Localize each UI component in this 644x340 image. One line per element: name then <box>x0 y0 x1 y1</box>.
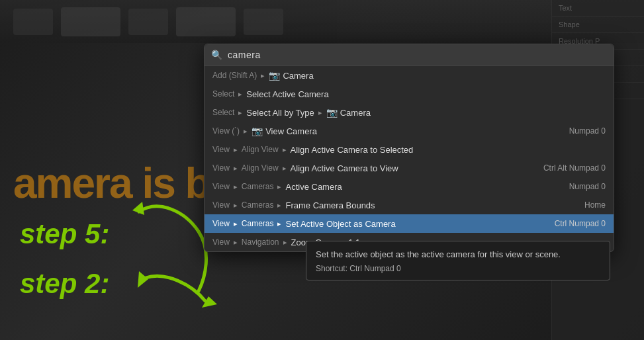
breadcrumb-active-cam-1: View <box>212 182 230 191</box>
breadcrumb-align-selected-1: View <box>212 145 230 154</box>
search-icon: 🔍 <box>211 50 222 60</box>
menu-item-select-all-by-type[interactable]: Select ▸ Select All by Type ▸ 📷 Camera <box>205 103 614 122</box>
menu-item-select-active-camera[interactable]: Select ▸ Select Active Camera <box>205 85 614 103</box>
right-panel-item-shape: Shape <box>552 17 644 33</box>
step-5-label: step 5: <box>20 218 109 250</box>
breadcrumb-active-cam-2: Cameras <box>242 182 274 191</box>
menu-item-view-camera[interactable]: View (`) ▸ 📷 View Camera Numpad 0 <box>205 122 614 140</box>
tooltip-main-text: Set the active object as the active came… <box>316 248 600 261</box>
breadcrumb-align-view-1: View <box>212 163 230 173</box>
label-align-active-camera-view: Align Active Camera to View <box>291 163 398 173</box>
breadcrumb-set-active-1: View <box>212 219 230 228</box>
breadcrumb-frame-2: Cameras <box>242 200 274 210</box>
menu-item-frame-camera-bounds[interactable]: View ▸ Cameras ▸ Frame Camera Bounds Hom… <box>205 196 614 214</box>
step-2-label: step 2: <box>20 268 109 300</box>
search-input-value[interactable]: camera <box>228 50 261 60</box>
shortcut-view-camera: Numpad 0 <box>569 126 606 136</box>
bg-object-4 <box>176 7 236 36</box>
breadcrumb-select-active: Select <box>212 89 234 99</box>
bg-object-2 <box>61 7 120 36</box>
menu-list: Add (Shift A) ▸ 📷 Camera Select ▸ Select… <box>205 66 614 251</box>
breadcrumb-zoom-1: View <box>212 237 230 247</box>
camera-icon-3: 📷 <box>252 126 263 136</box>
shortcut-frame-camera: Home <box>584 200 606 210</box>
label-select-active-camera: Select Active Camera <box>246 89 328 99</box>
menu-item-active-camera[interactable]: View ▸ Cameras ▸ Active Camera Numpad 0 <box>205 177 614 196</box>
breadcrumb-add: Add (Shift A) <box>212 71 257 80</box>
label-align-active-camera-selected: Align Active Camera to Selected <box>291 145 414 155</box>
breadcrumb-frame-1: View <box>212 200 230 210</box>
bg-object-1 <box>13 9 53 35</box>
label-view-camera: View Camera <box>265 126 317 136</box>
top-bar <box>0 0 644 43</box>
breadcrumb-view-cam: View (`) <box>212 126 240 136</box>
label-frame-camera-bounds: Frame Camera Bounds <box>285 200 375 210</box>
menu-item-set-active-object-camera[interactable]: View ▸ Cameras ▸ Set Active Object as Ca… <box>205 214 614 233</box>
tooltip-popup: Set the active object as the active came… <box>306 241 610 280</box>
camera-icon-1: 📷 <box>269 70 280 81</box>
shortcut-set-active-camera: Ctrl Numpad 0 <box>555 219 606 228</box>
breadcrumb-set-active-2: Cameras <box>242 219 274 228</box>
menu-item-add-camera[interactable]: Add (Shift A) ▸ 📷 Camera <box>205 66 614 85</box>
svg-marker-2 <box>138 271 148 288</box>
menu-item-align-active-camera-selected[interactable]: View ▸ Align View ▸ Align Active Camera … <box>205 140 614 159</box>
camera-icon-2: 📷 <box>326 107 338 118</box>
breadcrumb-select-type: Select <box>212 108 234 117</box>
label-active-camera: Active Camera <box>285 182 342 192</box>
breadcrumb-align-view-2: Align View <box>242 163 279 173</box>
shortcut-align-view: Ctrl Alt Numpad 0 <box>543 163 606 173</box>
label-camera-type: Camera <box>340 108 371 118</box>
label-add-camera: Camera <box>283 71 313 81</box>
search-input-row[interactable]: 🔍 camera <box>205 44 614 66</box>
tooltip-shortcut-text: Shortcut: Ctrl Numpad 0 <box>316 264 600 273</box>
label-set-active-object-camera: Set Active Object as Camera <box>285 219 395 229</box>
breadcrumb-zoom-2: Navigation <box>242 237 279 247</box>
right-panel-item-text: Text <box>552 0 644 17</box>
breadcrumb-align-selected-2: Align View <box>242 145 279 154</box>
menu-item-align-active-camera-view[interactable]: View ▸ Align View ▸ Align Active Camera … <box>205 159 614 177</box>
bg-object-5 <box>244 9 283 35</box>
shortcut-active-camera: Numpad 0 <box>569 182 606 191</box>
bg-object-3 <box>128 9 168 35</box>
label-select-all-by-type: Select All by Type <box>246 108 314 118</box>
search-popup: 🔍 camera Add (Shift A) ▸ 📷 Camera Select… <box>204 44 614 252</box>
